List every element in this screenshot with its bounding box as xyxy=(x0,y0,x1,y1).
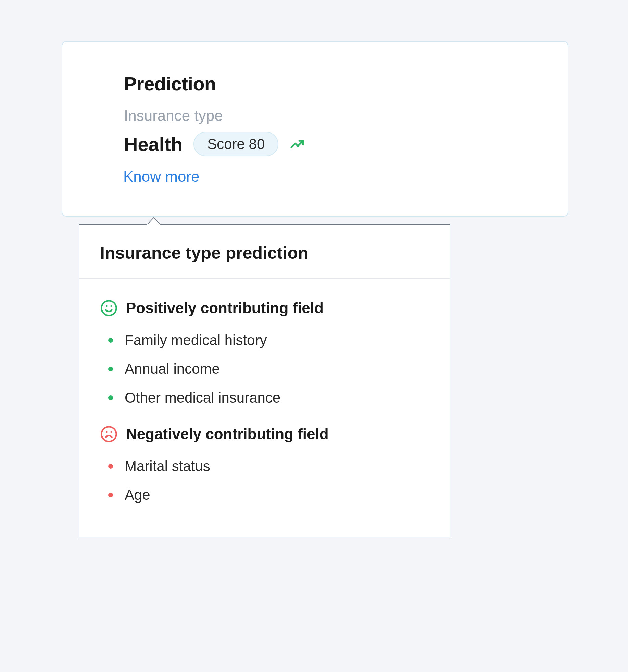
bullet-icon xyxy=(108,493,113,497)
negative-heading: Negatively contributing field xyxy=(126,426,329,443)
positive-section: Positively contributing field Family med… xyxy=(100,299,429,412)
smile-face-icon xyxy=(100,299,118,317)
negative-section-header: Negatively contributing field xyxy=(100,425,429,443)
prediction-card: Prediction Insurance type Health Score 8… xyxy=(62,41,568,217)
positive-section-header: Positively contributing field xyxy=(100,299,429,317)
negative-section: Negatively contributing field Marital st… xyxy=(100,425,429,509)
popover-title: Insurance type prediction xyxy=(100,243,429,263)
negative-factors-list: Marital status Age xyxy=(100,452,429,509)
list-item: Family medical history xyxy=(102,326,429,355)
know-more-link[interactable]: Know more xyxy=(123,168,200,185)
list-item: Annual income xyxy=(102,355,429,383)
bullet-icon xyxy=(108,395,113,400)
bullet-icon xyxy=(108,338,113,343)
popover-arrow-icon xyxy=(146,217,161,225)
bullet-icon xyxy=(108,464,113,469)
factor-label: Age xyxy=(125,487,150,503)
card-subtitle: Insurance type xyxy=(124,107,530,124)
prediction-value: Health xyxy=(124,133,183,155)
positive-heading: Positively contributing field xyxy=(126,300,324,317)
prediction-value-row: Health Score 80 xyxy=(124,132,530,156)
factor-label: Other medical insurance xyxy=(125,390,280,406)
svg-point-5 xyxy=(101,427,116,441)
page-canvas: Prediction Insurance type Health Score 8… xyxy=(0,0,628,672)
list-item: Other medical insurance xyxy=(102,383,429,412)
list-item: Age xyxy=(102,481,429,509)
frown-face-icon xyxy=(100,425,118,443)
factor-label: Marital status xyxy=(125,458,210,474)
trend-up-icon xyxy=(289,136,305,152)
prediction-popover: Insurance type prediction Positively con… xyxy=(79,224,450,537)
svg-rect-1 xyxy=(147,224,160,225)
svg-point-2 xyxy=(101,301,116,315)
positive-factors-list: Family medical history Annual income Oth… xyxy=(100,326,429,412)
score-badge: Score 80 xyxy=(193,132,278,156)
svg-marker-0 xyxy=(147,218,161,225)
list-item: Marital status xyxy=(102,452,429,481)
popover-body: Positively contributing field Family med… xyxy=(79,279,450,537)
bullet-icon xyxy=(108,367,113,371)
popover-header: Insurance type prediction xyxy=(79,225,450,279)
factor-label: Annual income xyxy=(125,361,220,377)
factor-label: Family medical history xyxy=(125,332,267,348)
card-title: Prediction xyxy=(124,73,530,95)
